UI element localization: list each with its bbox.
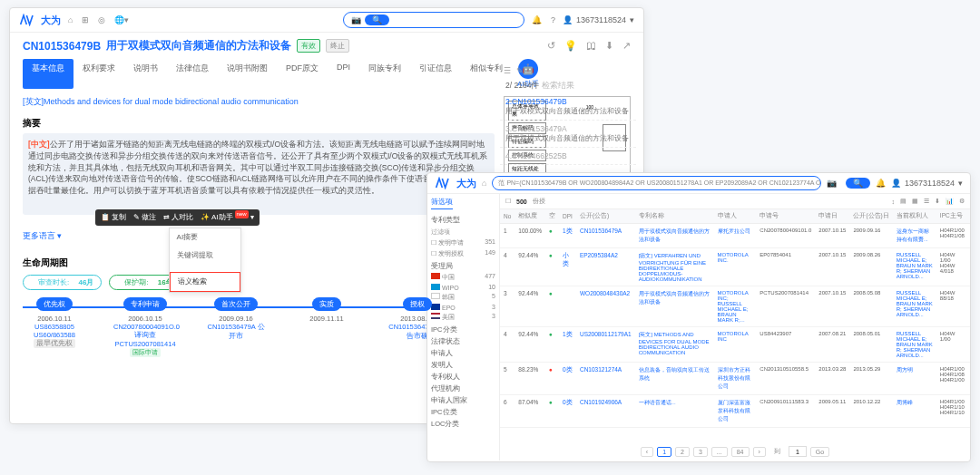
table-toolbar: ☐ 500 份授 ↕ ▤ ▦ ☰ ⬇ 📊 ⚙ [500,194,970,209]
camera-icon-front[interactable]: 📷 [827,179,837,188]
timeline-node-exam[interactable]: 实质 2009.11.11 [295,297,358,357]
bookmark-icon[interactable]: 🕮 [586,40,596,52]
table-row[interactable]: 687.04%●0类CN101924906A一种语音通话...厦门深蓝富激发科科… [500,395,970,428]
page-prev[interactable]: ‹ [641,447,653,457]
ai-action[interactable]: ✨ AI助手new ▾ [201,212,254,223]
chevron-down-icon: ▾ [630,15,634,24]
tab-basic[interactable]: 基本信息 [23,59,74,89]
tool-sort-icon[interactable]: ↕ [892,199,896,205]
tool-grid-icon[interactable]: ▦ [912,198,918,205]
page-jump-input[interactable] [789,446,807,457]
page-next[interactable]: › [753,447,766,457]
patent-number: CN101536479B [23,40,101,53]
filter-owner[interactable]: 专利权人 [431,373,495,382]
page-1[interactable]: 1 [657,447,671,457]
filter-agency[interactable]: 代理机构 [431,384,495,393]
ai-keyword-item[interactable]: 关键词提取 [170,247,240,265]
camera-icon[interactable]: 📷 [351,15,361,24]
tool-layout-icon[interactable]: ▤ [900,198,906,205]
search-button-front[interactable]: 🔍 [846,178,870,189]
ai-blank-item[interactable] [170,265,240,272]
results-table: No相似度空 DPI公开(公告)专利名称 申请人申请号申请日 公开(公告)日当前… [500,209,970,428]
sidebar-item-3[interactable]: 4.CN104662525B [500,148,636,165]
table-row[interactable]: 392.44%●WO2008048430A2用于双模式双向音频通信的方法和设备M… [500,286,970,327]
top-right-icons: 🔔 ? [532,15,555,24]
bell-icon[interactable]: 🔔 [532,15,542,24]
table-row[interactable]: 492.44%●1类US20080112179A1[英文] METHODS AN… [500,327,970,363]
compare-action[interactable]: ⇄ 人对比 [163,212,193,223]
filter-ipc[interactable]: IPC分类 [431,325,495,334]
timeline-node-apply[interactable]: 专利申请 2006.10.15 CN200780004091O.0 译询查 PC… [113,297,177,357]
history-icon[interactable]: ↺ [547,40,555,52]
user-menu-front[interactable]: 👤13673118524▾ [891,179,963,188]
edit-icon[interactable]: ✎ [516,66,524,75]
tab-pdf[interactable]: PDF原文 [277,59,328,89]
topbar: 大为 ⌂ ⊞ ◎ 🌐▾ 📷 🔍 🔔 ? 👤 13673118524 ▾ [10,8,643,33]
top-nav-icons: ⌂ ⊞ ◎ 🌐▾ [68,15,129,24]
bulb-icon[interactable]: 💡 [564,40,577,52]
copy-action[interactable]: 📋 复制 [101,212,126,223]
note-action[interactable]: ✎ 做注 [133,212,156,223]
tab-citation[interactable]: 引证信息 [410,59,461,89]
page-last[interactable]: 84 [731,447,750,457]
page-go-button[interactable]: Go [810,447,829,457]
filter-type-2[interactable]: ☐ 发明授权149 [431,248,495,259]
tool-list-icon[interactable]: ☰ [924,198,929,205]
tab-family[interactable]: 同族专利 [359,59,410,89]
tab-legal[interactable]: 法律信息 [167,59,218,89]
filter-country-us[interactable]: 美国3 [431,312,495,323]
text-selection-toolbar: 📋 复制 ✎ 做注 ⇄ 人对比 ✨ AI助手new ▾ AI摘要 关键词提取 语… [95,209,260,226]
table-row[interactable]: 588.23%●0类CN103121274A信息装备，音响双向双工传送系统深圳市… [500,363,970,395]
query-text: 范 PN=(CN101536479B OR WO2008048984A2 OR … [498,179,821,188]
download-icon[interactable]: ⬇ [605,40,613,52]
query-bar[interactable]: 范 PN=(CN101536479B OR WO2008048984A2 OR … [492,176,821,190]
filter-ipc-pos[interactable]: IPC位类 [431,408,495,417]
filter-inventor[interactable]: 发明人 [431,361,495,370]
ai-semantic-item[interactable]: 语义检索 [170,272,240,292]
logo-front[interactable]: 大为 [435,177,476,190]
filter-loc[interactable]: LOC分类 [431,420,495,429]
share-icon[interactable]: ↗ [622,40,631,52]
logo[interactable]: 大为 [19,14,61,27]
user-menu[interactable]: 👤 13673118524 ▾ [563,15,634,24]
filter-applicant[interactable]: 申请人 [431,349,495,358]
tab-dpi[interactable]: DPI [328,59,359,89]
sidebar-item-2[interactable]: 3.CN101536479A 用于双模式双向音频通信的方法和设备 [500,121,636,148]
table-row[interactable]: 492.44%●小类EP2095384A2[德文] VERFAHREN UND … [500,248,970,286]
related-sidebar: ☰ ✎ 2/ 2184件 检索结果 2.CN101536479B 用于双模式双向… [500,63,636,165]
filter-country-kr[interactable]: 韩国5 [431,292,495,303]
filter-country-wipo[interactable]: WIPO10 [431,283,495,292]
status-badge-valid: 有效 [297,39,320,53]
grid-icon[interactable]: ⊞ [82,15,89,24]
list-icon[interactable]: ☰ [504,66,511,75]
filter-country-cn[interactable]: 中国477 [431,272,495,283]
tool-download-icon[interactable]: ⬇ [935,198,940,205]
target-icon[interactable]: ◎ [98,15,105,24]
sidebar-item-1[interactable]: 2.CN101536479B 用于双模式双向音频通信的方法和设备 [500,93,636,121]
tool-chart-icon[interactable]: 📊 [946,198,954,205]
more-languages-link[interactable]: 更多语言 ▾ [23,231,62,242]
bell-icon-front[interactable]: 🔔 [876,179,886,188]
abstract-box[interactable]: [中文]公开了用于诸如蓝牙链路的短距离无线电链路的终端的双模式I/O设备和方法。… [23,133,495,215]
tab-desc[interactable]: 说明书 [124,59,167,89]
table-row[interactable]: 1100.00%●1类CN101536479A用于双模式双向音频通信的方法和设备… [500,224,970,248]
globe-icon[interactable]: 🌐▾ [114,15,129,24]
page-3[interactable]: 3 [693,447,708,457]
tab-claims[interactable]: 权利要求 [74,59,124,89]
home-icon[interactable]: ⌂ [68,15,73,24]
timeline-node-publish[interactable]: 首次公开 2009.09.16 CN101536479A 公开市 [204,297,268,357]
help-icon[interactable]: ? [551,15,555,24]
home-icon[interactable]: ⌂ [482,179,486,188]
page-2[interactable]: 2 [675,447,690,457]
search-button[interactable]: 🔍 [365,15,389,25]
page-ellipsis: ... [711,447,728,457]
filter-type-1[interactable]: ☐ 发明申请351 [431,238,495,248]
ai-summary-item[interactable]: AI摘要 [170,228,240,247]
tool-settings-icon[interactable]: ⚙ [959,198,965,205]
filter-country-eu[interactable]: EPO3 [431,303,495,312]
tab-figures[interactable]: 说明书附图 [218,59,277,89]
filter-app-country[interactable]: 申请人国家 [431,396,495,405]
filter-legal[interactable]: 法律状态 [431,337,495,346]
results-table-area: ☐ 500 份授 ↕ ▤ ▦ ☰ ⬇ 📊 ⚙ No相似度空 DPI公开(公告)专… [500,194,970,460]
timeline-node-priority[interactable]: 优先权 2006.10.11 US86358805 US60/863588 最早… [23,297,86,357]
